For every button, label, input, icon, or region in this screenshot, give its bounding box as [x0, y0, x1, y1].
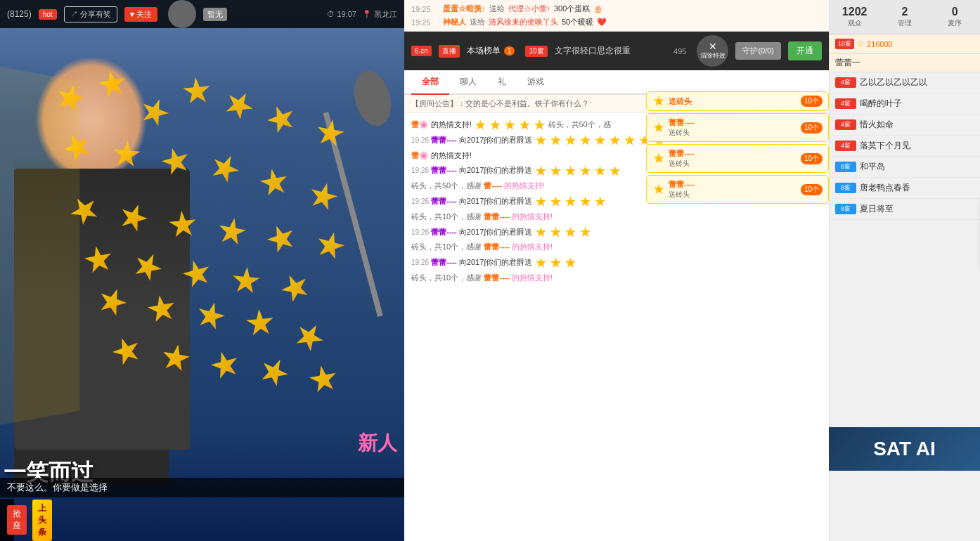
notif-target-1: 代理☆小蕾↑	[508, 4, 551, 14]
user-name-3: 惜火如命	[860, 119, 974, 131]
chat-sender-4b: 蕾----	[484, 181, 502, 190]
zhan-wu-badge: 暂无	[203, 8, 227, 21]
chat-gift-count-1: 砖头，共50个，感	[548, 120, 611, 129]
chat-sub-6: 砖头，共10个，感谢	[411, 242, 484, 251]
notif-sender-2: 神秘人	[443, 17, 466, 27]
gift-notif-action-3: 送砖头	[669, 159, 695, 169]
gift-icon-row2-3	[565, 135, 576, 146]
gift-notif-1: 送砖头 10个	[646, 91, 829, 111]
notif-gift-1: 300个蛋糕	[554, 4, 590, 14]
gift-icon-row2-1	[535, 135, 546, 146]
gift-notif-area: 送砖头 10个 蕾蕾---- 送砖头 10个 蕾蕾---- 送砖头 10个 蕾蕾…	[646, 91, 829, 206]
tab-all[interactable]: 全部	[411, 70, 449, 95]
chat-text-4: 向2017∫你们的君爵送	[459, 166, 532, 174]
gift-icon-row5-1	[535, 196, 546, 207]
chat-time-4: 19:26	[411, 167, 429, 174]
notif-icon-2: ❤️	[597, 18, 607, 27]
notif-row-1: 19:25 蛋蛋☆暗羡↑ 送给 代理☆小蕾↑ 300个蛋糕 🎂	[411, 2, 822, 15]
featured-name-text: 蕾蕾一	[835, 58, 860, 67]
notif-gift-2: 50个暖暖	[562, 17, 593, 27]
chat-msg-7: 19:26 蕾蕾---- 向2017∫你们的君爵送	[411, 256, 822, 270]
gift-icon-row7-1	[535, 257, 546, 268]
gift-icon-row7-3	[565, 257, 576, 268]
chat-text-2: 向2017∫你们的君爵送	[459, 136, 532, 144]
featured-badge: 10窗	[835, 39, 854, 49]
notif-icon-1: 🎂	[593, 4, 603, 13]
chat-text-1: 的热情支持!	[431, 120, 472, 129]
chat-support-7: 的热情支持!	[512, 273, 553, 282]
stream-logo: 6.cn	[411, 46, 432, 56]
stream-rank-area: 本场榜单 1	[467, 45, 515, 57]
chat-text-5: 向2017∫你们的君爵送	[459, 197, 532, 205]
chat-sender-5b: 蕾蕾----	[484, 212, 510, 221]
x-icon: ✕	[709, 41, 717, 51]
bottom-bar: 抢座 上头条 猜美貌：6房第一美女，可爱的小萝莉6房第一美女，可爱的小萝莉6房第…	[0, 499, 14, 541]
gift-icon-row2-7	[624, 135, 636, 146]
user-badge-7: 8窗	[835, 204, 856, 214]
gift-notif-sender-3: 蕾蕾----	[669, 148, 695, 159]
stat-viewers: 1202 观众	[830, 6, 879, 28]
gift-icon-row2-6	[610, 135, 621, 146]
gift-notif-count-1: 10个	[801, 96, 823, 107]
gift-icon-row6-1	[535, 227, 546, 238]
user-badge-6: 8窗	[835, 183, 856, 193]
tab-gift[interactable]: 礼	[487, 70, 517, 95]
chat-support-6: 的热情支持!	[512, 242, 553, 251]
stream-title: 文字很轻口思念很重	[555, 45, 666, 57]
follow-button[interactable]: ♥ 关注	[124, 7, 158, 22]
gift-icon-2	[489, 119, 501, 131]
share-icon: ↗	[70, 10, 78, 18]
chat-sender-3: 蕾🌸	[411, 151, 429, 159]
user-item-1: 4窗 乙以乙以乙以乙以	[830, 72, 980, 93]
user-name-2: 喝醉的叶子	[860, 98, 974, 110]
rank-label: 本场榜单	[467, 45, 501, 57]
subtitle-line2: 不要这么。你要做是选择	[7, 482, 108, 493]
sat-ai-panel: SAT AI	[829, 427, 980, 471]
user-badge-1: 4窗	[835, 77, 856, 88]
shang-tou-tiao-button[interactable]: 上头条	[32, 500, 52, 541]
sidebar-stats: 1202 观众 2 管理 0 麦序	[830, 0, 980, 34]
gift-icon-row5-3	[565, 196, 576, 207]
chat-time-2: 19:26	[411, 136, 429, 144]
chat-sender-7: 蕾蕾----	[431, 258, 457, 266]
gift-notif-icon-2	[653, 122, 664, 133]
gift-notif-count-3: 10个	[801, 153, 823, 164]
featured-score: 216000	[867, 40, 893, 48]
chat-text-6: 向2017∫你们的君爵送	[459, 228, 532, 236]
gift-notif-count-4: 10个	[801, 184, 823, 195]
stat-queue: 0 麦序	[930, 6, 980, 28]
clear-effects-button[interactable]: ✕ 清除特效	[697, 35, 728, 67]
hot-badge: hot	[39, 9, 57, 20]
user-item-5: 8窗 和平岛	[830, 157, 980, 178]
gift-icon-row4-4	[580, 165, 591, 176]
notif-time-1: 19:25	[411, 5, 439, 13]
managers-value: 2	[879, 6, 929, 18]
chat-sub-5: 砖头，共10个，感谢	[411, 212, 484, 221]
user-item-4: 4窗 落莫下个月见	[830, 136, 980, 157]
tab-game[interactable]: 游戏	[517, 70, 555, 95]
page-title: (8125)	[7, 9, 32, 19]
chat-msg-6: 19:26 蕾蕾---- 向2017∫你们的君爵送	[411, 226, 822, 240]
gift-notif-icon-3	[653, 153, 664, 164]
user-name-4: 落莫下个月见	[860, 140, 974, 152]
gift-icon-row4-1	[535, 165, 546, 176]
share-button[interactable]: ↗ 分享有奖	[64, 6, 117, 22]
chat-text-3: 的热情支持!	[431, 151, 472, 159]
subtitle-bar: 不要这么。你要做是选择	[0, 478, 404, 497]
tab-chat[interactable]: 聊人	[449, 70, 487, 95]
gift-icon-1	[475, 119, 486, 131]
gift-badge: 10窗	[525, 46, 547, 57]
chat-sender-6b: 蕾蕾----	[484, 242, 510, 251]
location-info: ⏱ 19:07 📍 黑龙江	[327, 9, 397, 20]
gift-icon-row4-2	[550, 165, 561, 176]
open-button[interactable]: 开通	[788, 41, 822, 60]
user-name-7: 夏日将至	[860, 203, 974, 215]
user-badge-4: 4窗	[835, 141, 856, 151]
qiang-zuo-button[interactable]: 抢座	[7, 505, 27, 535]
chat-sender-4: 蕾蕾----	[431, 166, 457, 174]
stream-live-badge: 直播	[439, 45, 460, 58]
chat-msg-6b: 砖头，共10个，感谢 蕾蕾---- 的热情支持!	[411, 240, 822, 254]
sat-ai-label: SAT AI	[873, 438, 936, 460]
main-area: 19:25 蛋蛋☆暗羡↑ 送给 代理☆小蕾↑ 300个蛋糕 🎂 19:25 神秘…	[404, 0, 829, 541]
protect-button[interactable]: 守护(0/0)	[735, 42, 781, 60]
